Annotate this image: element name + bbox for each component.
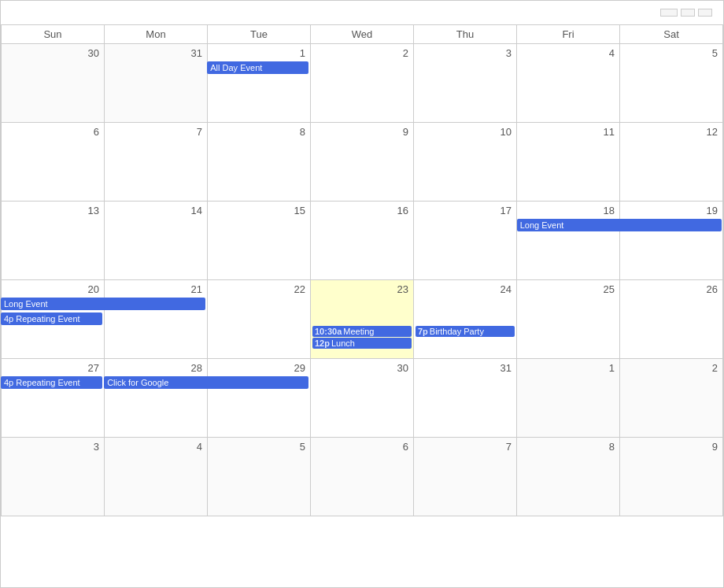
day-number: 5 xyxy=(209,439,308,454)
calendar-cell[interactable]: 25 xyxy=(517,280,620,359)
day-number: 30 xyxy=(312,361,412,375)
day-number: 1 xyxy=(519,361,618,375)
calendar-cell[interactable]: 15 xyxy=(208,202,311,280)
day-number: 17 xyxy=(416,203,515,218)
day-header: Fri xyxy=(517,25,620,44)
calendar-cell[interactable]: 16 xyxy=(311,202,414,280)
calendar-body: 303112345All Day Event678910111213141516… xyxy=(1,44,723,516)
calendar-event[interactable]: 7pBirthday Party xyxy=(416,326,515,337)
day-number: 31 xyxy=(416,361,515,375)
calendar-cell[interactable]: 5 xyxy=(208,438,311,516)
calendar-cell[interactable]: 4 xyxy=(517,44,620,123)
calendar-cell[interactable]: 28 xyxy=(105,359,208,438)
day-number: 25 xyxy=(519,282,618,297)
calendar-cell[interactable]: 8 xyxy=(517,438,620,516)
day-number: 12 xyxy=(622,124,721,139)
day-number: 18 xyxy=(519,203,618,218)
calendar-header xyxy=(1,1,723,24)
calendar-cell[interactable]: 30 xyxy=(311,359,414,438)
calendar-cell[interactable]: 14 xyxy=(105,202,208,280)
calendar-cell[interactable]: 5 xyxy=(620,44,723,123)
calendar-cell[interactable]: 1 xyxy=(208,44,311,123)
calendar-cell[interactable]: 31 xyxy=(414,359,517,438)
day-number: 9 xyxy=(312,124,412,139)
calendar-cell[interactable]: 27 xyxy=(2,359,105,438)
day-number: 6 xyxy=(3,124,102,139)
day-header: Mon xyxy=(105,25,208,44)
day-number: 1 xyxy=(209,46,308,61)
day-number: 21 xyxy=(106,282,205,297)
day-number: 4 xyxy=(106,439,205,454)
calendar-cell[interactable]: 10 xyxy=(414,123,517,202)
day-number: 3 xyxy=(416,46,515,61)
week-row: 3456789 xyxy=(1,438,723,516)
calendar-cell[interactable]: 4 xyxy=(105,438,208,516)
calendar-cell[interactable]: 13 xyxy=(2,202,105,280)
day-number: 6 xyxy=(312,439,412,454)
calendar-cell[interactable]: 7 xyxy=(105,123,208,202)
day-header: Thu xyxy=(414,25,517,44)
day-number: 8 xyxy=(519,439,618,454)
calendar-cell[interactable]: 17 xyxy=(414,202,517,280)
calendar-cell[interactable]: 22 xyxy=(208,280,311,359)
day-number: 8 xyxy=(209,124,308,139)
day-headers: SunMonTueWedThuFriSat xyxy=(1,24,723,44)
calendar-cell[interactable]: 9 xyxy=(311,123,414,202)
day-number: 15 xyxy=(209,203,308,218)
day-header: Wed xyxy=(311,25,414,44)
calendar-event[interactable]: 12pLunch xyxy=(312,338,412,349)
calendar: SunMonTueWedThuFriSat 303112345All Day E… xyxy=(0,0,724,588)
calendar-cell[interactable]: 6 xyxy=(2,123,105,202)
day-number: 22 xyxy=(209,282,308,297)
calendar-cell[interactable]: 247pBirthday Party xyxy=(414,280,517,359)
day-number: 3 xyxy=(3,439,102,454)
calendar-cell[interactable]: 3 xyxy=(414,44,517,123)
calendar-event[interactable]: 10:30aMeeting xyxy=(312,326,412,337)
calendar-cell[interactable]: 8 xyxy=(208,123,311,202)
calendar-cell[interactable]: 11 xyxy=(517,123,620,202)
calendar-cell[interactable]: 6 xyxy=(311,438,414,516)
day-number: 29 xyxy=(209,361,308,375)
calendar-cell[interactable]: 2 xyxy=(311,44,414,123)
day-number: 26 xyxy=(622,282,721,297)
calendar-cell[interactable]: 2 xyxy=(620,359,723,438)
next-button[interactable] xyxy=(698,9,712,17)
day-number: 14 xyxy=(106,203,205,218)
day-number: 7 xyxy=(416,439,515,454)
calendar-cell[interactable]: 2310:30aMeeting12pLunch xyxy=(311,280,414,359)
today-button[interactable] xyxy=(660,9,678,17)
day-number: 10 xyxy=(416,124,515,139)
day-number: 9 xyxy=(622,439,721,454)
day-number: 31 xyxy=(106,46,205,61)
week-row: 2728293031124p Repeating EventClick for … xyxy=(1,359,723,438)
calendar-cell[interactable]: 20 xyxy=(2,280,105,359)
calendar-cell[interactable]: 18 xyxy=(517,202,620,280)
day-number: 4 xyxy=(519,46,618,61)
prev-button[interactable] xyxy=(681,9,695,17)
week-row: 6789101112 xyxy=(1,123,723,202)
calendar-cell[interactable]: 29 xyxy=(208,359,311,438)
day-number: 20 xyxy=(3,282,102,297)
calendar-cell[interactable]: 26 xyxy=(620,280,723,359)
week-row: 13141516171819Long Event xyxy=(1,202,723,280)
calendar-cell[interactable]: 12 xyxy=(620,123,723,202)
calendar-cell[interactable]: 30 xyxy=(2,44,105,123)
day-number: 16 xyxy=(312,203,412,218)
calendar-cell[interactable]: 31 xyxy=(105,44,208,123)
day-number: 5 xyxy=(622,46,721,61)
week-row: 303112345All Day Event xyxy=(1,44,723,123)
calendar-cell[interactable]: 3 xyxy=(2,438,105,516)
day-number: 27 xyxy=(3,361,102,375)
calendar-cell[interactable]: 21 xyxy=(105,280,208,359)
day-number: 23 xyxy=(312,282,412,297)
day-header: Sat xyxy=(620,25,723,44)
calendar-cell[interactable]: 7 xyxy=(414,438,517,516)
calendar-cell[interactable]: 1 xyxy=(517,359,620,438)
day-number: 28 xyxy=(106,361,205,375)
calendar-cell[interactable]: 9 xyxy=(620,438,723,516)
week-row: 2021222310:30aMeeting12pLunch247pBirthda… xyxy=(1,280,723,359)
day-header: Sun xyxy=(2,25,105,44)
day-number: 30 xyxy=(3,46,102,61)
calendar-cell[interactable]: 19 xyxy=(620,202,723,280)
day-number: 2 xyxy=(622,361,721,375)
